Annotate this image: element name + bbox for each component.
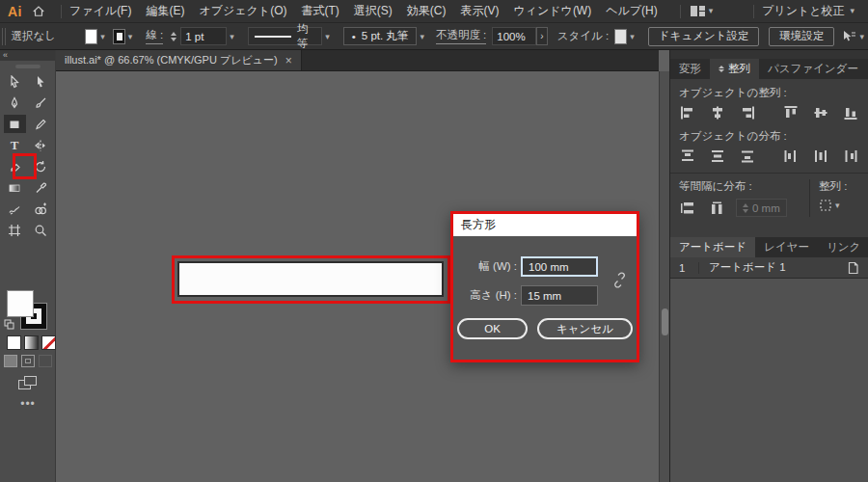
brush-definition-dropdown[interactable]: • 5 pt. 丸筆: [343, 27, 418, 45]
close-icon[interactable]: ×: [285, 54, 292, 67]
height-field[interactable]: [521, 285, 598, 306]
preferences-button[interactable]: 環境設定: [769, 27, 834, 46]
edit-toolbar-ellipsis[interactable]: •••: [0, 397, 56, 411]
distribute-top-icon[interactable]: [679, 148, 696, 164]
horizontal-distribute-space-icon[interactable]: [709, 201, 726, 216]
stroke-weight-input[interactable]: [180, 27, 227, 45]
align-panel-tabs: 変形 整列 パスファインダー ≡: [670, 59, 868, 79]
opacity-label[interactable]: 不透明度 :: [436, 28, 486, 44]
distribute-left-icon[interactable]: [782, 148, 800, 164]
selection-tool-options-icon[interactable]: ▾: [842, 30, 868, 43]
shape-builder-tool[interactable]: [30, 200, 52, 218]
menu-item-type[interactable]: 書式(T): [301, 3, 339, 19]
style-swatch[interactable]: [614, 29, 627, 44]
chevron-down-icon[interactable]: ▾: [230, 32, 234, 41]
cancel-button[interactable]: キャンセル: [537, 318, 633, 339]
stroke-weight-label[interactable]: 線 :: [146, 28, 163, 44]
tab-pathfinder[interactable]: パスファインダー: [759, 59, 867, 79]
dialog-title[interactable]: 長方形: [453, 214, 637, 236]
artboard-page-icon[interactable]: [847, 261, 868, 275]
menu-item-select[interactable]: 選択(S): [354, 3, 393, 19]
chevron-down-icon[interactable]: ▾: [420, 32, 424, 41]
menu-item-help[interactable]: ヘルプ(H): [606, 3, 658, 19]
illustrator-logo[interactable]: Ai: [8, 4, 22, 19]
change-screen-mode-icon[interactable]: [18, 376, 38, 391]
draw-normal-mode[interactable]: [4, 355, 17, 367]
draw-behind-mode[interactable]: [21, 355, 35, 367]
menu-item-window[interactable]: ウィンドウ(W): [513, 3, 591, 19]
direct-selection-tool[interactable]: [30, 72, 52, 91]
stroke-weight-stepper[interactable]: [171, 32, 176, 41]
chevron-down-icon[interactable]: ▾: [128, 32, 133, 41]
align-vertical-bottom-icon[interactable]: [842, 105, 859, 120]
align-vertical-center-icon[interactable]: [812, 105, 829, 120]
fill-color-swatch[interactable]: [85, 29, 97, 44]
chevron-down-icon[interactable]: ▾: [100, 32, 105, 41]
pen-tool[interactable]: [4, 94, 26, 112]
artboard-name[interactable]: アートボード 1: [699, 260, 847, 275]
tab-links[interactable]: リンク: [818, 237, 868, 257]
opacity-input[interactable]: [492, 27, 536, 45]
spacing-value-field: 0 mm: [736, 199, 787, 217]
gradient-button[interactable]: [24, 335, 39, 350]
selection-tool[interactable]: [4, 72, 26, 91]
document-setup-button[interactable]: ドキュメント設定: [648, 27, 760, 46]
pencil-tool[interactable]: [30, 115, 52, 133]
distribute-objects-label: オブジェクトの分布 :: [679, 129, 859, 144]
tab-transform[interactable]: 変形: [670, 59, 710, 79]
vertical-distribute-space-icon[interactable]: [679, 201, 696, 216]
align-horizontal-left-icon[interactable]: [679, 105, 696, 120]
vertical-scrollbar[interactable]: [659, 71, 669, 482]
menu-item-object[interactable]: オブジェクト(O): [199, 3, 286, 19]
opacity-more-button[interactable]: ›: [536, 27, 547, 45]
width-field[interactable]: [521, 256, 598, 277]
panel-grip[interactable]: [15, 65, 41, 68]
link-dimensions-icon[interactable]: [612, 272, 627, 291]
workspace-switcher[interactable]: プリントと校正 ▾: [762, 3, 854, 19]
distribute-horizontal-center-icon[interactable]: [812, 148, 829, 164]
none-button[interactable]: [41, 335, 56, 350]
align-horizontal-right-icon[interactable]: [739, 105, 756, 120]
chevron-down-icon[interactable]: ▾: [630, 32, 635, 41]
artboard-tool[interactable]: [4, 221, 26, 239]
rectangle-annotation: [172, 255, 450, 304]
eyedropper-tool[interactable]: [30, 178, 52, 197]
warp-tool[interactable]: [4, 200, 26, 218]
scrollbar-thumb[interactable]: [662, 308, 668, 335]
fill-indicator[interactable]: [7, 290, 34, 317]
type-tool[interactable]: T: [4, 136, 26, 154]
ok-button[interactable]: OK: [457, 318, 528, 339]
distribute-right-icon[interactable]: [842, 148, 859, 164]
stroke-profile-dropdown[interactable]: 均等: [248, 27, 323, 45]
tab-align[interactable]: 整列: [710, 59, 759, 79]
collapse-panel-icon[interactable]: «: [0, 50, 55, 61]
menu-item-effect[interactable]: 効果(C): [407, 3, 447, 19]
align-horizontal-center-icon[interactable]: [709, 105, 726, 120]
menu-item-edit[interactable]: 編集(E): [146, 3, 184, 19]
align-to-dropdown[interactable]: ▾: [819, 199, 859, 212]
distribute-vertical-center-icon[interactable]: [709, 148, 726, 164]
tab-artboards[interactable]: アートボード: [670, 237, 755, 257]
panel-grip[interactable]: [2, 28, 6, 45]
main-menu: ファイル(F) 編集(E) オブジェクト(O) 書式(T) 選択(S) 効果(C…: [69, 3, 672, 19]
stroke-color-swatch[interactable]: [113, 29, 125, 44]
tab-layers[interactable]: レイヤー: [755, 237, 818, 257]
artboard-list-item[interactable]: 1 アートボード 1: [670, 257, 868, 279]
zoom-tool[interactable]: [30, 221, 52, 239]
reflect-tool[interactable]: [30, 136, 52, 154]
draw-inside-mode[interactable]: [39, 355, 52, 367]
menu-item-view[interactable]: 表示(V): [460, 3, 499, 19]
menu-item-file[interactable]: ファイル(F): [69, 3, 131, 19]
artboard-panel-empty-area: [670, 279, 868, 482]
align-vertical-top-icon[interactable]: [782, 105, 800, 120]
rectangle-tool[interactable]: [4, 115, 26, 133]
color-button[interactable]: [7, 335, 21, 350]
swap-fill-stroke-icon[interactable]: [4, 319, 14, 330]
chevron-down-icon[interactable]: ▾: [325, 32, 330, 41]
document-tab[interactable]: illust.ai* @ 66.67% (CMYK/GPU プレビュー) ×: [56, 50, 302, 70]
paintbrush-tool[interactable]: [30, 94, 52, 112]
home-icon[interactable]: [32, 5, 45, 17]
arrange-documents-dropdown[interactable]: ▾: [691, 6, 714, 16]
gradient-tool[interactable]: [4, 178, 26, 197]
distribute-bottom-icon[interactable]: [739, 148, 756, 164]
